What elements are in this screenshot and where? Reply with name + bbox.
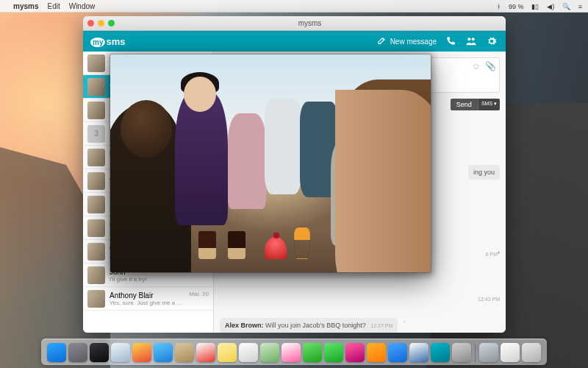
window-title: mysms: [118, 19, 501, 27]
avatar: [87, 149, 105, 166]
avatar: [87, 78, 105, 96]
svg-point-1: [472, 38, 475, 40]
menubar-extras-icon[interactable]: ≡: [578, 3, 582, 10]
menubar-app-name[interactable]: mysms: [13, 2, 38, 10]
desktop-wallpaper: mysms Edit Window ᚼ 99 % ▮▯ ◀) 🔍 ≡ mysms…: [0, 0, 588, 368]
avatar: [87, 102, 105, 119]
window-titlebar[interactable]: mysms: [83, 16, 506, 31]
window-minimize-button[interactable]: [98, 20, 104, 26]
dock-maps-icon[interactable]: [260, 343, 279, 362]
call-icon[interactable]: [444, 35, 457, 48]
dock-documents-icon[interactable]: [501, 343, 520, 362]
dock-prefs-icon[interactable]: [452, 343, 471, 362]
conversation-date: Mar. 20: [189, 291, 209, 297]
dock-chrome-icon[interactable]: [132, 343, 151, 362]
contacts-icon[interactable]: [465, 35, 478, 48]
dock-contacts-icon[interactable]: [175, 343, 194, 362]
dock-safari-icon[interactable]: [111, 343, 130, 362]
emoji-icon[interactable]: ☺: [472, 61, 481, 71]
window-zoom-button[interactable]: [108, 20, 115, 26]
avatar: [87, 219, 105, 237]
dock-trash-icon[interactable]: [522, 343, 541, 362]
new-message-label: New message: [390, 38, 437, 46]
message-bubble[interactable]: ing you: [468, 165, 500, 180]
battery-percent: 99 %: [509, 3, 524, 10]
bluetooth-icon[interactable]: ᚼ: [497, 3, 501, 10]
compose-icon: [377, 36, 387, 46]
volume-icon[interactable]: ◀): [547, 3, 554, 10]
avatar: [87, 54, 105, 72]
attach-icon[interactable]: 📎: [485, 61, 496, 71]
dock-mission-icon[interactable]: [90, 343, 109, 362]
conversation-item[interactable]: Anthony BlairYes, sure. Just give me a c…: [83, 287, 213, 311]
new-message-button[interactable]: New message: [377, 36, 437, 46]
battery-icon[interactable]: ▮▯: [531, 3, 539, 10]
app-logo: mysms: [90, 36, 125, 47]
menubar-item-window[interactable]: Window: [69, 2, 96, 10]
menubar-item-edit[interactable]: Edit: [47, 2, 60, 10]
avatar: [87, 196, 105, 213]
message-timestamp: 12:37 PM: [370, 323, 392, 328]
message-fragment: ing you: [473, 169, 495, 176]
dock-mysms-icon[interactable]: [431, 343, 450, 362]
dock-separator: [475, 344, 476, 362]
dock-preview-icon[interactable]: [409, 343, 429, 362]
quicklook-overlay[interactable]: [110, 54, 431, 272]
dock-facetime-icon[interactable]: [324, 343, 343, 362]
message-text: Will you join Jacob's BBQ tonight?: [265, 322, 366, 329]
message-timestamp: 12:43 PM: [478, 297, 500, 302]
dock-ibooks-icon[interactable]: [367, 343, 386, 362]
avatar: [87, 243, 105, 261]
avatar: [87, 266, 105, 284]
dock-itunes-icon[interactable]: [345, 343, 365, 362]
dock-notes-icon[interactable]: [218, 343, 237, 362]
dock-launchpad-icon[interactable]: [68, 343, 87, 362]
dock-photos-icon[interactable]: [282, 343, 301, 362]
conversation-name: Anthony Blair: [110, 291, 184, 300]
conversation-preview: Yes, sure. Just give me a call!: [110, 300, 184, 306]
mac-menubar: mysms Edit Window ᚼ 99 % ▮▯ ◀) 🔍 ≡: [0, 0, 588, 13]
dock[interactable]: [41, 339, 547, 365]
dock-appstore-icon[interactable]: [388, 343, 407, 362]
dock-calendar-icon[interactable]: [196, 343, 215, 362]
dock-mail-icon[interactable]: [154, 343, 173, 362]
window-close-button[interactable]: [87, 20, 94, 26]
chevron-right-icon[interactable]: ›: [401, 315, 408, 328]
photo-preview: [110, 54, 431, 272]
settings-gear-icon[interactable]: [485, 35, 498, 48]
menubar-right: ᚼ 99 % ▮▯ ◀) 🔍 ≡: [491, 2, 582, 10]
svg-point-0: [467, 38, 470, 40]
message-sender: Alex Brown:: [225, 322, 264, 329]
message-bubble[interactable]: Alex Brown: Will you join Jacob's BBQ to…: [220, 318, 398, 333]
chevron-right-icon[interactable]: ›: [498, 249, 500, 260]
dock-reminders-icon[interactable]: [239, 343, 258, 362]
dock-messages-icon[interactable]: [303, 343, 322, 362]
spotlight-icon[interactable]: 🔍: [562, 3, 570, 10]
dock-finder-icon[interactable]: [47, 343, 66, 362]
send-button[interactable]: Send: [451, 99, 478, 110]
app-toolbar: mysms New message: [83, 31, 506, 52]
logo-sms: sms: [106, 36, 125, 47]
dock-downloads-icon[interactable]: [479, 343, 498, 362]
logo-my: my: [90, 38, 105, 47]
avatar: [87, 172, 105, 190]
avatar: 3: [87, 125, 105, 143]
message-timestamp: 6 PM: [486, 252, 498, 257]
send-mode-dropdown[interactable]: SMS ▾: [478, 99, 500, 110]
avatar: [87, 290, 105, 308]
